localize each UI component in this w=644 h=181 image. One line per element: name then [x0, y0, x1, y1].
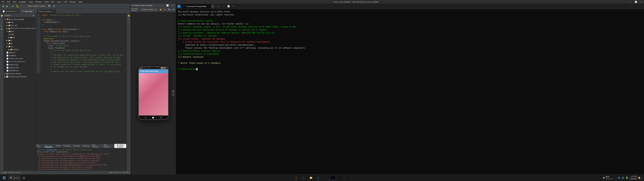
flutter-maximize-btn[interactable]: ⬜: [165, 4, 170, 7]
tab-dart-close[interactable]: ✕: [33, 10, 34, 12]
toolbar-forward-btn[interactable]: ▶: [5, 4, 9, 8]
flutter-settings-btn[interactable]: ⚙: [172, 8, 175, 11]
intellij-minimize-btn[interactable]: —: [628, 0, 633, 4]
show-desktop-btn[interactable]: [642, 175, 643, 180]
tree-lib[interactable]: ▼ 📂 lib: [4, 42, 36, 45]
bottom-layout-btn[interactable]: ⊞ Layout Preview: [114, 144, 126, 148]
menu-edit[interactable]: Edit: [6, 1, 11, 3]
statusbar-branch[interactable]: ⎇ main: [1, 172, 7, 174]
phone-recents-btn[interactable]: ⬛: [160, 117, 162, 118]
sidebar-gear-icon[interactable]: ⚙: [33, 14, 34, 16]
bottom-terminal-tab[interactable]: Terminal: [72, 144, 81, 148]
cmd-maximize-btn[interactable]: ⬜: [226, 5, 231, 8]
toolbar-search-btn[interactable]: 🔍: [48, 4, 52, 8]
taskbar-search-box[interactable]: 🔍 Search: [8, 176, 20, 180]
taskbar-app-settings[interactable]: ⚙: [344, 175, 351, 180]
tab-main-dart[interactable]: ◆ main.dart ✕: [21, 9, 36, 13]
toolbar-debug-btn[interactable]: 🐛: [16, 4, 19, 8]
ij-database-icon[interactable]: 🗃: [127, 18, 130, 20]
tree-readme[interactable]: 📄 README.md: [4, 69, 36, 72]
favorites-icon[interactable]: ★: [0, 21, 3, 24]
tree-windows[interactable]: ▶ 📁 windows: [4, 48, 36, 51]
menu-code[interactable]: Code: [28, 1, 34, 3]
taskbar-app-mail[interactable]: ✉: [322, 175, 329, 180]
tree-iml[interactable]: 📄 move_nova_projekte.iml: [4, 60, 36, 63]
bottom-run-tab[interactable]: ▶ Run: [36, 144, 43, 148]
flutter-device-select[interactable]: Flutter emulator: [140, 8, 157, 11]
taskbar-app-edge[interactable]: e: [300, 175, 307, 180]
bottom-problems-tab[interactable]: Problems: [62, 144, 72, 148]
toolbar-run-btn[interactable]: ▶: [11, 4, 15, 8]
taskbar-app-store[interactable]: 🛍: [315, 175, 322, 180]
statusbar-pos[interactable]: 3:1: [119, 172, 121, 174]
tree-idea[interactable]: ▶ 📁 .idea: [4, 21, 36, 24]
taskbar-app-intellij[interactable]: 𝕀: [293, 175, 300, 180]
flutter-icon[interactable]: F: [0, 31, 3, 34]
taskbar-app-photos[interactable]: 🖼: [337, 175, 344, 180]
tab-flutter-emu[interactable]: Flutter emulator... ✕: [36, 9, 56, 13]
statusbar-dart[interactable]: Dart 2.19.6: [109, 172, 118, 174]
taskbar-weather[interactable]: 🌧 52°F Heavy rain: [602, 176, 614, 180]
toolbar-back-btn[interactable]: ◀: [1, 4, 5, 8]
menu-help[interactable]: Help: [78, 1, 83, 3]
flutter-hot-restart-btn[interactable]: ⟳: [163, 8, 166, 11]
tree-android[interactable]: ▶ 🤖 android [move_nova_projekte_android]: [4, 27, 36, 30]
structure-icon[interactable]: ≡: [0, 18, 3, 20]
statusbar-encoding[interactable]: LF UTF-8: [122, 172, 130, 174]
emu-resize-btn[interactable]: ↕: [172, 94, 174, 96]
menu-file[interactable]: File: [1, 1, 6, 3]
tree-scratches[interactable]: ▶ 📝 Scratches and Consoles: [4, 75, 36, 78]
menu-tools[interactable]: Tools: [56, 1, 62, 3]
statusbar-warnings[interactable]: ⬇ 0 ⬆ 0 ⚠ 0 △ 0: [8, 172, 21, 174]
run-config-selector[interactable]: Flutter emulator (mobile): [26, 5, 47, 8]
flutter-close-btn[interactable]: ✕: [170, 4, 175, 7]
menu-view[interactable]: View: [12, 1, 18, 3]
flutter-hot-reload-btn[interactable]: ⚡: [159, 8, 163, 11]
notification-btn[interactable]: 🔔: [638, 176, 641, 179]
tree-build[interactable]: ▼ 📂 build: [4, 30, 36, 33]
tree-external-libs[interactable]: ▶ 📚 External Libraries: [4, 72, 36, 75]
phone-home-btn[interactable]: ⬤: [152, 117, 154, 118]
tree-app[interactable]: ▶ 📁 app: [4, 36, 36, 39]
toolbar-settings-btn[interactable]: ⚙: [52, 4, 56, 8]
dart-icon[interactable]: D: [0, 34, 3, 37]
bottom-startanalysis-tab[interactable]: Start Analysis: [102, 144, 114, 148]
tab-readme-close[interactable]: ✕: [17, 10, 18, 12]
tree-metadata[interactable]: 📄 .metadata: [4, 54, 36, 57]
menu-refactor[interactable]: Refactor: [34, 1, 43, 3]
ij-notifications-icon[interactable]: 🔔: [127, 14, 130, 17]
tab-emu-close[interactable]: ✕: [53, 10, 55, 12]
debug-icon[interactable]: 🐛: [0, 28, 3, 30]
menu-run[interactable]: Run: [50, 1, 55, 3]
project-tree[interactable]: ▼ 📦 move_nova_projekte ▶ 📁 .idea ▶ 📁 ale…: [4, 18, 36, 170]
tray-sound-icon[interactable]: 🔊: [622, 176, 624, 179]
menu-build[interactable]: Build: [44, 1, 50, 3]
toolbar-stop-btn[interactable]: ⬛: [20, 4, 24, 8]
bottom-appsettings-tab[interactable]: App Settings: [91, 144, 102, 148]
ij-git-icon[interactable]: ⎇: [127, 21, 130, 24]
cmd-close-btn[interactable]: ✕: [231, 5, 236, 8]
tab-readme[interactable]: 📄 README.md ✕: [1, 9, 20, 13]
cmd-output[interactable]: Microsoft Windows [Version 10.0.22621.17…: [176, 9, 644, 174]
tree-pubspec-yaml[interactable]: 📄 pubspec.yaml: [4, 66, 36, 69]
tree-test[interactable]: ▶ 📁 test: [4, 45, 36, 48]
flutter-screenshot-btn[interactable]: 📷: [167, 8, 171, 11]
tree-pubspec-lock[interactable]: 📄 pubspec.lock: [4, 63, 36, 66]
cmd-new-tab-btn[interactable]: +: [211, 4, 215, 8]
start-button[interactable]: [1, 175, 7, 180]
project-icon[interactable]: 📁: [0, 14, 3, 17]
bottom-services-tab[interactable]: Services: [82, 144, 90, 148]
tree-ios[interactable]: ▶ 📁 ios: [4, 39, 36, 42]
bottom-main-tab[interactable]: ✓ main.dart: [44, 144, 54, 148]
tree-module-options[interactable]: 📄 .module_options.yaml: [4, 57, 36, 60]
intellij-close-btn[interactable]: ✕: [639, 0, 643, 4]
task-view-btn[interactable]: ⊞: [21, 175, 27, 180]
phone-back-btn[interactable]: ◁: [144, 116, 146, 119]
taskbar-app-explorer[interactable]: 📁: [308, 175, 314, 180]
bottom-todo-tab[interactable]: TODO: [54, 144, 62, 148]
menu-navigate[interactable]: Navigate: [18, 1, 27, 3]
tray-battery-icon[interactable]: 🔋: [626, 176, 628, 179]
emu-rotate-btn[interactable]: ⟲: [172, 90, 174, 93]
cmd-tab-1[interactable]: C:\ Command Prompt flutter ✕: [182, 4, 211, 8]
tray-network-icon[interactable]: 🌐: [618, 176, 620, 179]
